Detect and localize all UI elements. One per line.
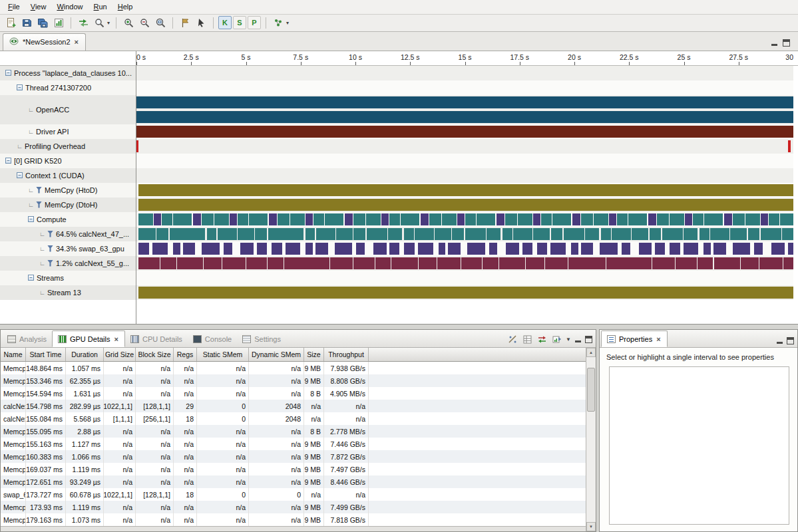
collapse-toggle-icon[interactable]: − bbox=[28, 216, 34, 222]
timeline-interval[interactable] bbox=[628, 213, 647, 225]
timeline-interval[interactable] bbox=[214, 213, 229, 225]
menu-file[interactable]: File bbox=[3, 1, 25, 13]
timeline-interval[interactable] bbox=[585, 228, 600, 240]
timeline-interval[interactable] bbox=[581, 213, 594, 225]
timeline-interval[interactable] bbox=[136, 111, 793, 123]
timeline-interval[interactable] bbox=[353, 213, 366, 225]
column-header-regs[interactable]: Regs bbox=[174, 348, 197, 361]
menu-run[interactable]: Run bbox=[89, 1, 112, 13]
timeline-interval[interactable] bbox=[391, 257, 417, 269]
timeline-interval[interactable] bbox=[465, 228, 486, 240]
timeline-row-header[interactable]: ∟34.3% swap_63_gpu bbox=[0, 241, 136, 256]
timeline-interval[interactable] bbox=[788, 140, 790, 152]
pointer-button[interactable] bbox=[194, 15, 208, 30]
timeline-interval[interactable] bbox=[366, 213, 381, 225]
save-button[interactable] bbox=[19, 15, 34, 30]
table-row[interactable]: Memcpy169.037 ms1.119 msn/an/an/an/an/a9… bbox=[1, 463, 586, 475]
scroll-down-button[interactable]: ▼ bbox=[586, 522, 596, 531]
timeline-interval[interactable] bbox=[551, 228, 563, 240]
filter-funnel-icon[interactable] bbox=[47, 231, 53, 237]
timeline-lane[interactable] bbox=[136, 241, 793, 256]
timeline-lane[interactable] bbox=[136, 139, 793, 154]
new-session-button[interactable] bbox=[3, 15, 18, 30]
timeline-lane[interactable] bbox=[136, 271, 793, 285]
timeline-interval[interactable] bbox=[633, 257, 652, 269]
timeline-lane[interactable] bbox=[136, 124, 793, 139]
minimize-button[interactable] bbox=[771, 39, 778, 47]
timeline-interval[interactable] bbox=[714, 257, 740, 269]
timeline-lane[interactable] bbox=[136, 168, 793, 183]
timeline-interval[interactable] bbox=[572, 213, 580, 225]
timeline-interval[interactable] bbox=[522, 243, 532, 255]
menu-help[interactable]: Help bbox=[112, 1, 138, 13]
timeline-interval[interactable] bbox=[724, 213, 732, 225]
column-header-duration[interactable]: Duration bbox=[66, 348, 104, 361]
timeline-interval[interactable] bbox=[439, 243, 446, 255]
timeline-lane[interactable] bbox=[136, 154, 793, 168]
timeline-interval[interactable] bbox=[404, 228, 414, 240]
timeline-interval[interactable] bbox=[533, 213, 540, 225]
timeline-interval[interactable] bbox=[202, 243, 220, 255]
timeline-interval[interactable] bbox=[670, 213, 684, 225]
timeline-interval[interactable] bbox=[457, 213, 465, 225]
timeline-interval[interactable] bbox=[218, 228, 237, 240]
timeline-interval[interactable] bbox=[769, 213, 779, 225]
filter-funnel-icon[interactable] bbox=[47, 245, 53, 252]
column-header-grid-size[interactable]: Grid Size bbox=[104, 348, 136, 361]
maximize-button[interactable] bbox=[585, 336, 592, 343]
timeline-interval[interactable] bbox=[483, 257, 499, 269]
table-row[interactable]: Memcpy155.095 ms2.88 µsn/an/an/an/an/a8 … bbox=[1, 425, 586, 438]
timeline-interval[interactable] bbox=[316, 228, 335, 240]
timeline-interval[interactable] bbox=[568, 257, 590, 269]
timeline-interval[interactable] bbox=[632, 228, 649, 240]
timeline-interval[interactable] bbox=[435, 228, 452, 240]
timeline-interval[interactable] bbox=[224, 243, 232, 255]
timeline-interval[interactable] bbox=[138, 228, 156, 240]
timeline-interval[interactable] bbox=[415, 228, 434, 240]
timeline-interval[interactable] bbox=[780, 213, 793, 225]
column-header-dynamic-smem[interactable]: Dynamic SMem bbox=[249, 348, 304, 361]
timeline-lane[interactable] bbox=[136, 256, 793, 271]
timeline-row-header[interactable]: ∟OpenACC bbox=[0, 95, 136, 124]
timeline-interval[interactable] bbox=[657, 213, 670, 225]
timeline-interval[interactable] bbox=[419, 257, 437, 269]
close-icon[interactable]: × bbox=[114, 335, 119, 343]
timeline-interval[interactable] bbox=[670, 243, 680, 255]
collapse-toggle-icon[interactable]: − bbox=[17, 84, 23, 90]
table-row[interactable]: Memcpy179.163 ms1.073 msn/an/an/an/an/a9… bbox=[1, 513, 586, 526]
timeline-interval[interactable] bbox=[590, 257, 606, 269]
timeline-interval[interactable] bbox=[315, 243, 328, 255]
timeline-interval[interactable] bbox=[136, 140, 138, 152]
timeline-interval[interactable] bbox=[170, 228, 190, 240]
timeline-interval[interactable] bbox=[581, 243, 594, 255]
timeline-interval[interactable] bbox=[461, 257, 483, 269]
horizontal-sash[interactable] bbox=[0, 325, 798, 329]
timeline-lane[interactable] bbox=[136, 198, 793, 212]
timeline-interval[interactable] bbox=[467, 243, 485, 255]
timeline-interval[interactable] bbox=[693, 213, 703, 225]
timeline-lane[interactable] bbox=[136, 212, 793, 227]
timeline-interval[interactable] bbox=[497, 213, 504, 225]
timeline-interval[interactable] bbox=[609, 213, 616, 225]
timeline-interval[interactable] bbox=[388, 228, 403, 240]
timeline-lane[interactable] bbox=[136, 66, 793, 80]
timeline-interval[interactable] bbox=[353, 228, 365, 240]
timeline-interval[interactable] bbox=[138, 287, 793, 299]
timeline-interval[interactable] bbox=[704, 213, 723, 225]
timeline-interval[interactable] bbox=[156, 228, 168, 240]
session-tab[interactable]: *NewSession2 × bbox=[3, 33, 86, 51]
timeline-interval[interactable] bbox=[477, 213, 495, 225]
table-row[interactable]: swap_63173.727 ms60.678 µs[1022,1,1][128… bbox=[1, 488, 586, 501]
timeline-interval[interactable] bbox=[345, 213, 353, 225]
timeline-interval[interactable] bbox=[733, 243, 751, 255]
timeline-interval[interactable] bbox=[699, 228, 709, 240]
timeline-interval[interactable] bbox=[389, 213, 400, 225]
timeline-interval[interactable] bbox=[487, 228, 501, 240]
timeline-lane[interactable] bbox=[136, 227, 793, 241]
timeline-interval[interactable] bbox=[489, 243, 498, 255]
timeline-interval[interactable] bbox=[703, 243, 711, 255]
timeline-interval[interactable] bbox=[676, 257, 697, 269]
timeline-interval[interactable] bbox=[594, 213, 608, 225]
collapse-toggle-icon[interactable]: − bbox=[5, 158, 11, 164]
timeline-interval[interactable] bbox=[356, 243, 365, 255]
